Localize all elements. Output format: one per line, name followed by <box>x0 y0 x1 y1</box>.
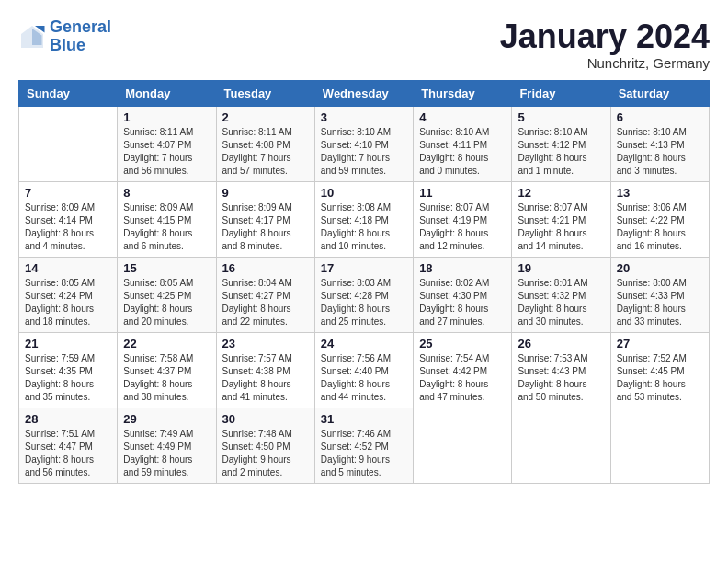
day-number: 30 <box>222 412 309 426</box>
day-number: 3 <box>321 110 407 124</box>
col-header-tuesday: Tuesday <box>216 80 314 106</box>
day-number: 9 <box>222 186 309 200</box>
calendar-cell: 5Sunrise: 8:10 AM Sunset: 4:12 PM Daylig… <box>512 106 610 181</box>
calendar-cell: 20Sunrise: 8:00 AM Sunset: 4:33 PM Dayli… <box>610 257 709 332</box>
day-info: Sunrise: 8:09 AM Sunset: 4:14 PM Dayligh… <box>25 201 111 253</box>
day-info: Sunrise: 7:54 AM Sunset: 4:42 PM Dayligh… <box>419 352 506 404</box>
day-number: 29 <box>123 412 210 426</box>
calendar-cell: 27Sunrise: 7:52 AM Sunset: 4:45 PM Dayli… <box>610 332 709 408</box>
day-number: 28 <box>25 412 111 426</box>
day-number: 22 <box>123 337 210 350</box>
calendar-cell: 15Sunrise: 8:05 AM Sunset: 4:25 PM Dayli… <box>118 257 216 332</box>
day-info: Sunrise: 8:05 AM Sunset: 4:25 PM Dayligh… <box>123 277 210 328</box>
day-info: Sunrise: 8:08 AM Sunset: 4:18 PM Dayligh… <box>321 201 407 253</box>
logo-icon <box>18 23 46 51</box>
calendar-cell: 25Sunrise: 7:54 AM Sunset: 4:42 PM Dayli… <box>414 332 512 408</box>
col-header-friday: Friday <box>512 80 610 106</box>
calendar-cell: 12Sunrise: 8:07 AM Sunset: 4:21 PM Dayli… <box>512 181 610 257</box>
calendar-cell: 11Sunrise: 8:07 AM Sunset: 4:19 PM Dayli… <box>414 181 512 257</box>
day-info: Sunrise: 8:06 AM Sunset: 4:22 PM Dayligh… <box>617 201 703 253</box>
calendar-table: SundayMondayTuesdayWednesdayThursdayFrid… <box>18 80 710 484</box>
calendar-cell: 8Sunrise: 8:09 AM Sunset: 4:15 PM Daylig… <box>118 181 216 257</box>
day-info: Sunrise: 8:02 AM Sunset: 4:30 PM Dayligh… <box>419 277 506 328</box>
calendar-cell: 10Sunrise: 8:08 AM Sunset: 4:18 PM Dayli… <box>314 181 413 257</box>
col-header-monday: Monday <box>118 80 216 106</box>
day-info: Sunrise: 8:09 AM Sunset: 4:17 PM Dayligh… <box>222 201 309 253</box>
calendar-cell: 1Sunrise: 8:11 AM Sunset: 4:07 PM Daylig… <box>118 106 216 181</box>
day-number: 24 <box>321 337 407 350</box>
calendar-cell: 4Sunrise: 8:10 AM Sunset: 4:11 PM Daylig… <box>414 106 512 181</box>
month-title: January 2024 <box>500 18 710 55</box>
day-number: 11 <box>419 186 506 200</box>
calendar-week-3: 14Sunrise: 8:05 AM Sunset: 4:24 PM Dayli… <box>19 257 710 332</box>
page-header: GeneralBlue January 2024 Nunchritz, Germ… <box>18 18 710 71</box>
day-info: Sunrise: 7:56 AM Sunset: 4:40 PM Dayligh… <box>321 352 407 404</box>
day-info: Sunrise: 8:05 AM Sunset: 4:24 PM Dayligh… <box>25 277 111 328</box>
day-info: Sunrise: 7:46 AM Sunset: 4:52 PM Dayligh… <box>321 428 407 479</box>
calendar-week-1: 1Sunrise: 8:11 AM Sunset: 4:07 PM Daylig… <box>19 106 710 181</box>
day-number: 2 <box>222 110 309 124</box>
calendar-cell: 13Sunrise: 8:06 AM Sunset: 4:22 PM Dayli… <box>610 181 709 257</box>
calendar-cell: 16Sunrise: 8:04 AM Sunset: 4:27 PM Dayli… <box>216 257 314 332</box>
logo: GeneralBlue <box>18 18 111 55</box>
day-info: Sunrise: 8:10 AM Sunset: 4:13 PM Dayligh… <box>617 126 703 178</box>
calendar-week-4: 21Sunrise: 7:59 AM Sunset: 4:35 PM Dayli… <box>19 332 710 408</box>
calendar-cell: 28Sunrise: 7:51 AM Sunset: 4:47 PM Dayli… <box>19 408 118 483</box>
day-info: Sunrise: 8:07 AM Sunset: 4:19 PM Dayligh… <box>419 201 506 253</box>
calendar-cell <box>512 408 610 483</box>
calendar-cell: 30Sunrise: 7:48 AM Sunset: 4:50 PM Dayli… <box>216 408 314 483</box>
calendar-cell: 9Sunrise: 8:09 AM Sunset: 4:17 PM Daylig… <box>216 181 314 257</box>
day-info: Sunrise: 7:53 AM Sunset: 4:43 PM Dayligh… <box>518 352 604 404</box>
day-info: Sunrise: 7:52 AM Sunset: 4:45 PM Dayligh… <box>617 352 703 404</box>
day-info: Sunrise: 7:57 AM Sunset: 4:38 PM Dayligh… <box>222 352 309 404</box>
calendar-cell <box>19 106 118 181</box>
calendar-cell: 24Sunrise: 7:56 AM Sunset: 4:40 PM Dayli… <box>314 332 413 408</box>
calendar-cell: 22Sunrise: 7:58 AM Sunset: 4:37 PM Dayli… <box>118 332 216 408</box>
calendar-cell: 2Sunrise: 8:11 AM Sunset: 4:08 PM Daylig… <box>216 106 314 181</box>
day-number: 31 <box>321 412 407 426</box>
day-number: 12 <box>518 186 604 200</box>
day-info: Sunrise: 8:11 AM Sunset: 4:08 PM Dayligh… <box>222 126 309 178</box>
day-info: Sunrise: 8:09 AM Sunset: 4:15 PM Dayligh… <box>123 201 210 253</box>
calendar-cell: 21Sunrise: 7:59 AM Sunset: 4:35 PM Dayli… <box>19 332 118 408</box>
calendar-cell: 31Sunrise: 7:46 AM Sunset: 4:52 PM Dayli… <box>314 408 413 483</box>
header-row: SundayMondayTuesdayWednesdayThursdayFrid… <box>19 80 710 106</box>
day-number: 25 <box>419 337 506 350</box>
logo-text: GeneralBlue <box>50 18 111 55</box>
day-info: Sunrise: 8:10 AM Sunset: 4:12 PM Dayligh… <box>518 126 604 178</box>
day-number: 10 <box>321 186 407 200</box>
day-number: 26 <box>518 337 604 350</box>
day-number: 6 <box>617 110 703 124</box>
calendar-cell: 29Sunrise: 7:49 AM Sunset: 4:49 PM Dayli… <box>118 408 216 483</box>
day-number: 1 <box>123 110 210 124</box>
location: Nunchritz, Germany <box>500 55 710 71</box>
day-number: 16 <box>222 261 309 275</box>
day-number: 19 <box>518 261 604 275</box>
day-info: Sunrise: 7:51 AM Sunset: 4:47 PM Dayligh… <box>25 428 111 479</box>
day-number: 23 <box>222 337 309 350</box>
col-header-thursday: Thursday <box>414 80 512 106</box>
day-number: 21 <box>25 337 111 350</box>
day-number: 7 <box>25 186 111 200</box>
calendar-cell <box>610 408 709 483</box>
day-info: Sunrise: 7:48 AM Sunset: 4:50 PM Dayligh… <box>222 428 309 479</box>
calendar-cell: 3Sunrise: 8:10 AM Sunset: 4:10 PM Daylig… <box>314 106 413 181</box>
day-number: 14 <box>25 261 111 275</box>
day-info: Sunrise: 8:01 AM Sunset: 4:32 PM Dayligh… <box>518 277 604 328</box>
calendar-cell: 7Sunrise: 8:09 AM Sunset: 4:14 PM Daylig… <box>19 181 118 257</box>
day-info: Sunrise: 8:04 AM Sunset: 4:27 PM Dayligh… <box>222 277 309 328</box>
calendar-week-5: 28Sunrise: 7:51 AM Sunset: 4:47 PM Dayli… <box>19 408 710 483</box>
col-header-sunday: Sunday <box>19 80 118 106</box>
day-info: Sunrise: 8:10 AM Sunset: 4:11 PM Dayligh… <box>419 126 506 178</box>
title-block: January 2024 Nunchritz, Germany <box>500 18 710 71</box>
calendar-cell: 26Sunrise: 7:53 AM Sunset: 4:43 PM Dayli… <box>512 332 610 408</box>
day-number: 8 <box>123 186 210 200</box>
calendar-cell: 6Sunrise: 8:10 AM Sunset: 4:13 PM Daylig… <box>610 106 709 181</box>
col-header-wednesday: Wednesday <box>314 80 413 106</box>
day-info: Sunrise: 8:11 AM Sunset: 4:07 PM Dayligh… <box>123 126 210 178</box>
calendar-cell: 18Sunrise: 8:02 AM Sunset: 4:30 PM Dayli… <box>414 257 512 332</box>
day-number: 4 <box>419 110 506 124</box>
day-number: 20 <box>617 261 703 275</box>
day-info: Sunrise: 8:03 AM Sunset: 4:28 PM Dayligh… <box>321 277 407 328</box>
calendar-cell: 17Sunrise: 8:03 AM Sunset: 4:28 PM Dayli… <box>314 257 413 332</box>
